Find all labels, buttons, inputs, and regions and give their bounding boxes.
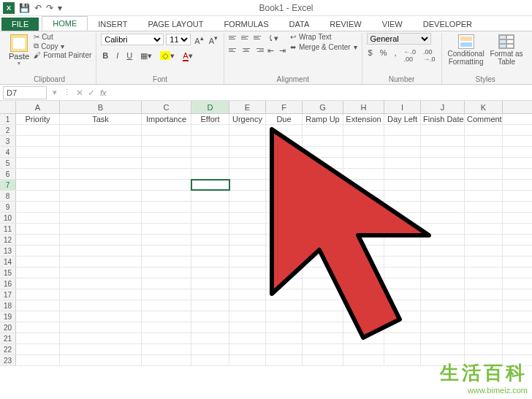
cell[interactable] [16, 224, 60, 234]
tab-insert[interactable]: INSERT [88, 18, 137, 31]
cell[interactable] [191, 355, 229, 365]
cell[interactable] [465, 191, 503, 201]
cell[interactable]: Day Left [384, 114, 421, 124]
cell[interactable] [384, 213, 421, 223]
cell[interactable]: Importance [142, 114, 191, 124]
row-header[interactable]: 16 [0, 278, 16, 289]
cell[interactable] [16, 213, 60, 223]
cell[interactable] [142, 278, 191, 289]
row-header[interactable]: 12 [0, 235, 16, 245]
cell[interactable] [303, 213, 343, 223]
cell[interactable] [191, 147, 229, 157]
cell[interactable] [191, 278, 229, 289]
percent-button[interactable]: % [379, 48, 389, 64]
row-header[interactable]: 14 [0, 256, 16, 267]
row-header[interactable]: 21 [0, 333, 16, 343]
cell[interactable] [384, 311, 421, 322]
cell[interactable] [343, 158, 384, 168]
cell[interactable] [421, 180, 465, 190]
cell[interactable] [266, 322, 303, 332]
cell[interactable] [343, 267, 384, 278]
cell[interactable] [229, 180, 266, 190]
row-header[interactable]: 4 [0, 147, 16, 157]
align-center-button[interactable] [241, 45, 251, 54]
cell[interactable] [60, 235, 142, 245]
row-header[interactable]: 5 [0, 158, 16, 168]
cell[interactable] [229, 355, 266, 365]
font-name-select[interactable]: Calibri [101, 34, 164, 45]
cell[interactable] [16, 202, 60, 212]
wrap-text-button[interactable]: ↩Wrap Text [290, 33, 357, 41]
align-middle-button[interactable] [241, 33, 251, 42]
cell[interactable] [343, 191, 384, 201]
cell[interactable] [421, 136, 465, 146]
cell[interactable] [343, 136, 384, 146]
cell[interactable] [303, 344, 343, 354]
formula-bar-input[interactable] [110, 86, 532, 99]
col-header-B[interactable]: B [60, 101, 142, 113]
cell[interactable] [421, 191, 465, 201]
fx-icon[interactable]: fx [97, 88, 110, 97]
cell[interactable] [303, 191, 343, 201]
format-as-table-button[interactable]: Format as Table [489, 33, 525, 67]
cell[interactable] [60, 125, 142, 135]
cell[interactable] [142, 125, 191, 135]
cell[interactable] [60, 355, 142, 365]
cell[interactable] [16, 278, 60, 289]
align-top-button[interactable] [229, 33, 239, 42]
cell[interactable] [303, 169, 343, 179]
cell[interactable] [142, 158, 191, 168]
increase-font-icon[interactable]: A▴ [193, 33, 205, 46]
cell[interactable] [60, 191, 142, 201]
cell[interactable] [384, 136, 421, 146]
cell[interactable] [465, 224, 503, 234]
row-header[interactable]: 3 [0, 136, 16, 146]
cell[interactable] [384, 300, 421, 311]
cell[interactable] [60, 300, 142, 311]
col-header-J[interactable]: J [421, 101, 465, 113]
cell[interactable] [465, 355, 503, 365]
col-header-G[interactable]: G [303, 101, 343, 113]
cell[interactable] [142, 202, 191, 212]
tab-formulas[interactable]: FORMULAS [213, 18, 278, 31]
cell[interactable] [266, 300, 303, 311]
cell[interactable] [229, 267, 266, 278]
cell[interactable] [60, 147, 142, 157]
align-right-button[interactable] [254, 45, 264, 54]
cell[interactable] [421, 300, 465, 311]
cell[interactable] [16, 180, 60, 190]
cell[interactable] [421, 158, 465, 168]
cell[interactable] [421, 147, 465, 157]
increase-decimal-button[interactable]: ←.0.00 [403, 48, 418, 64]
cell[interactable] [421, 333, 465, 343]
cell[interactable] [343, 246, 384, 256]
cell[interactable] [229, 322, 266, 332]
cell[interactable] [465, 267, 503, 278]
cell[interactable] [191, 256, 229, 267]
align-bottom-button[interactable] [254, 33, 264, 42]
cell[interactable] [229, 256, 266, 267]
cell[interactable] [384, 278, 421, 289]
number-format-select[interactable]: General [367, 33, 431, 45]
col-header-A[interactable]: A [16, 101, 60, 113]
align-left-button[interactable] [229, 45, 239, 54]
cell[interactable] [16, 333, 60, 343]
cell[interactable] [16, 169, 60, 179]
col-header-I[interactable]: I [384, 101, 421, 113]
cell[interactable] [16, 311, 60, 322]
cell[interactable] [343, 355, 384, 365]
row-header[interactable]: 7 [0, 180, 16, 190]
cell[interactable] [142, 213, 191, 223]
cell[interactable] [229, 289, 266, 300]
cell[interactable]: Due [266, 114, 303, 124]
cell[interactable] [303, 333, 343, 343]
cell[interactable] [465, 289, 503, 300]
cell[interactable] [142, 191, 191, 201]
cell[interactable] [266, 256, 303, 267]
cell[interactable] [60, 289, 142, 300]
cell[interactable] [465, 125, 503, 135]
cell[interactable] [421, 289, 465, 300]
col-header-H[interactable]: H [343, 101, 384, 113]
cell[interactable] [303, 355, 343, 365]
row-header[interactable]: 15 [0, 267, 16, 278]
